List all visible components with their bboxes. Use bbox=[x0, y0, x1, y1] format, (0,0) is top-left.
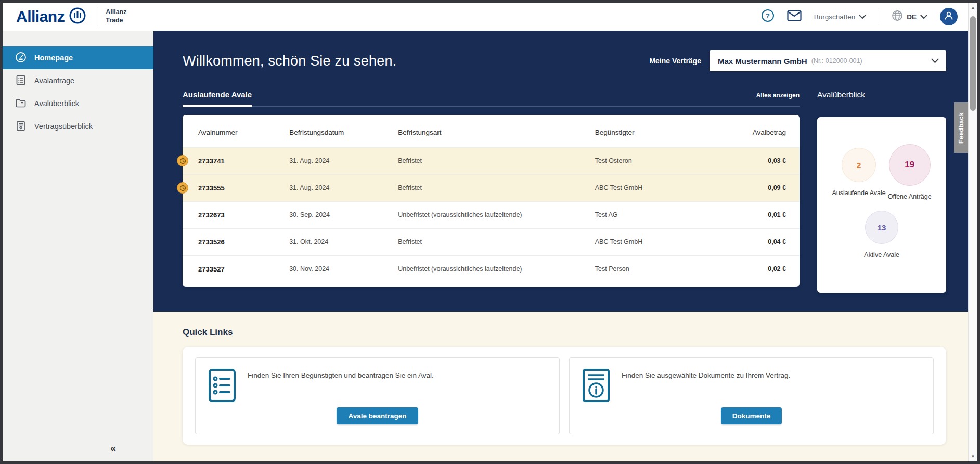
topbar: Allianz Allianz Trade ? Bürgschaften bbox=[3, 3, 968, 31]
cell-befristungsdatum: 30. Sep. 2024 bbox=[289, 211, 398, 218]
show-all-link[interactable]: Alles anzeigen bbox=[756, 92, 800, 106]
cell-avalnummer: 2733555 bbox=[198, 184, 289, 192]
mail-icon[interactable] bbox=[787, 10, 802, 23]
cell-beguenstigter: Test Osteron bbox=[595, 157, 716, 164]
scroll-down-arrow[interactable]: ▼ bbox=[969, 454, 977, 459]
table-row[interactable]: 2733555 31. Aug. 2024 Befristet ABC Test… bbox=[183, 174, 800, 201]
tab-auslaufende-avale[interactable]: Auslaufende Avale bbox=[183, 90, 252, 107]
workspace: Homepage Avalanfrage Avalüberblick bbox=[3, 31, 968, 461]
quick-link-dokumente: Finden Sie ausgewählte Dokumente zu Ihre… bbox=[569, 357, 934, 434]
cell-avalbetrag: 0,02 € bbox=[715, 265, 786, 273]
quick-links-title: Quick Links bbox=[183, 327, 946, 338]
folder-icon bbox=[15, 97, 27, 110]
chevron-down-icon bbox=[931, 56, 939, 66]
quick-link-top: Finden Sie Ihren Begünstigten und beantr… bbox=[208, 368, 547, 405]
brand-line1: Allianz bbox=[106, 8, 126, 17]
scrollbar-thumb[interactable] bbox=[970, 16, 976, 111]
tab-row: Auslaufende Avale Alles anzeigen bbox=[183, 90, 800, 107]
product-menu-label: Bürgschaften bbox=[814, 13, 856, 21]
aval-overview-panel: Avalüberblick 2 Auslaufende Avale 19 bbox=[817, 90, 946, 293]
stat-value: 2 bbox=[857, 161, 861, 170]
cell-befristungsart: Befristet bbox=[398, 157, 595, 164]
stat-aktive-avale[interactable]: 13 Aktive Avale bbox=[864, 211, 899, 259]
allianz-logo[interactable]: Allianz bbox=[16, 7, 86, 27]
stat-value: 19 bbox=[905, 160, 914, 170]
stat-row: 2 Auslaufende Avale 19 Offene Anträge bbox=[817, 144, 946, 200]
gauge-icon bbox=[15, 51, 27, 65]
app-window: Allianz Allianz Trade ? Bürgschaften bbox=[0, 0, 980, 464]
quick-link-avale: Finden Sie Ihren Begünstigten und beantr… bbox=[195, 357, 560, 434]
table-header-row: Avalnummer Befristungsdatum Befristungsa… bbox=[183, 118, 800, 147]
chevron-down-icon bbox=[920, 12, 927, 21]
overview-title: Avalüberblick bbox=[817, 90, 946, 109]
hero-main: Auslaufende Avale Alles anzeigen Avalnum… bbox=[183, 90, 946, 293]
stat-label: Offene Anträge bbox=[888, 193, 932, 200]
cell-befristungsart: Befristet bbox=[398, 238, 595, 246]
stat-value: 13 bbox=[878, 223, 886, 232]
brand-line2: Trade bbox=[106, 17, 126, 25]
stat-value-circle: 19 bbox=[889, 144, 931, 186]
stat-offene-antraege[interactable]: 19 Offene Anträge bbox=[888, 144, 932, 200]
sidebar-item-label: Avalanfrage bbox=[34, 76, 74, 85]
product-menu[interactable]: Bürgschaften bbox=[814, 12, 867, 21]
cell-befristungsart: Befristet bbox=[398, 184, 595, 191]
feedback-tab[interactable]: Feedback bbox=[954, 102, 968, 153]
cell-avalbetrag: 0,01 € bbox=[715, 211, 786, 218]
contract-name: Max Mustermann GmbH bbox=[718, 57, 807, 66]
topbar-divider-2 bbox=[879, 10, 879, 23]
cell-avalnummer: 2733527 bbox=[198, 265, 289, 273]
table-row[interactable]: 2732673 30. Sep. 2024 Unbefristet (vorau… bbox=[183, 201, 800, 228]
cell-beguenstigter: ABC Test GmbH bbox=[595, 238, 716, 246]
col-header-befristungsart: Befristungsart bbox=[398, 128, 595, 136]
cell-befristungsart: Unbefristet (voraussichtliches laufzeite… bbox=[398, 265, 595, 273]
table-row[interactable]: 2733526 31. Okt. 2024 Befristet ABC Test… bbox=[183, 228, 800, 255]
cell-beguenstigter: Test Person bbox=[595, 265, 716, 273]
sidebar-item-avalueberblick[interactable]: Avalüberblick bbox=[3, 92, 153, 115]
sidebar-item-label: Vertragsüberblick bbox=[34, 122, 93, 131]
stat-label: Aktive Avale bbox=[864, 251, 899, 259]
allianz-logo-icon bbox=[69, 7, 86, 27]
table-row[interactable]: 2733741 31. Aug. 2024 Befristet Test Ost… bbox=[183, 147, 800, 174]
help-icon[interactable]: ? bbox=[761, 9, 775, 24]
cell-beguenstigter: ABC Test GmbH bbox=[595, 184, 716, 191]
svg-text:?: ? bbox=[766, 12, 770, 20]
quick-link-text: Finden Sie ausgewählte Dokumente zu Ihre… bbox=[622, 368, 790, 379]
cell-avalbetrag: 0,04 € bbox=[715, 238, 786, 246]
avatar[interactable] bbox=[940, 8, 958, 25]
sidebar-item-vertragsueberblick[interactable]: Vertragsüberblick bbox=[3, 115, 153, 138]
dokumente-button[interactable]: Dokumente bbox=[721, 407, 782, 424]
chevron-down-icon bbox=[859, 12, 866, 21]
quick-links-card: Finden Sie Ihren Begünstigten und beantr… bbox=[183, 347, 946, 445]
table-row[interactable]: 2733527 30. Nov. 2024 Unbefristet (vorau… bbox=[183, 255, 800, 282]
main-column: Allianz Allianz Trade ? Bürgschaften bbox=[3, 3, 968, 461]
language-selector[interactable]: DE bbox=[892, 10, 927, 23]
stat-value-circle: 2 bbox=[842, 148, 876, 182]
hero-top: Willkommen, schön Sie zu sehen. Meine Ve… bbox=[183, 50, 946, 71]
cell-avalnummer: 2732673 bbox=[198, 211, 289, 219]
quick-link-text: Finden Sie Ihren Begünstigten und beantr… bbox=[248, 368, 434, 379]
avale-beantragen-button[interactable]: Avale beantragen bbox=[337, 407, 418, 424]
stat-label: Auslaufende Avale bbox=[832, 189, 885, 197]
contracts-picker: Meine Verträge Max Mustermann GmbH (Nr.:… bbox=[649, 50, 946, 71]
cell-avalbetrag: 0,03 € bbox=[715, 157, 786, 164]
sidebar-collapse-button[interactable]: « bbox=[110, 442, 116, 454]
stat-row: 13 Aktive Avale bbox=[817, 211, 946, 259]
contract-select[interactable]: Max Mustermann GmbH (Nr.: 012000-001) bbox=[710, 50, 946, 71]
sidebar-item-avalanfrage[interactable]: Avalanfrage bbox=[3, 69, 153, 92]
topbar-actions: ? Bürgschaften DE bbox=[761, 8, 958, 25]
sidebar: Homepage Avalanfrage Avalüberblick bbox=[3, 31, 153, 461]
stat-auslaufende-avale[interactable]: 2 Auslaufende Avale bbox=[832, 144, 885, 197]
allianz-logo-text: Allianz bbox=[16, 8, 65, 25]
scroll-up-arrow[interactable]: ▲ bbox=[969, 5, 977, 10]
language-code: DE bbox=[907, 13, 917, 21]
overview-card: 2 Auslaufende Avale 19 Offene Anträge bbox=[817, 117, 946, 293]
brand-name: Allianz Trade bbox=[106, 8, 126, 24]
scrollbar: ▲ ▼ bbox=[968, 3, 977, 461]
document-lock-icon bbox=[15, 120, 27, 133]
globe-icon bbox=[892, 10, 903, 23]
sidebar-item-homepage[interactable]: Homepage bbox=[3, 46, 153, 69]
col-header-avalbetrag: Avalbetrag bbox=[715, 128, 786, 136]
topbar-divider bbox=[96, 8, 96, 25]
contracts-label: Meine Verträge bbox=[649, 57, 701, 65]
document-info-icon bbox=[582, 368, 610, 405]
